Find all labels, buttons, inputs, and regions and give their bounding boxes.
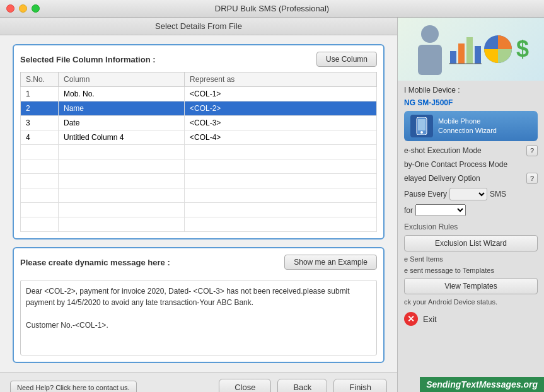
message-section-header: Please create dynamic message here : Sho… (20, 255, 377, 270)
table-cell-represent: <COL-4> (185, 130, 377, 145)
table-cell-represent: <COL-1> (185, 87, 377, 101)
phone-svg (415, 117, 428, 135)
svg-point-10 (420, 131, 423, 134)
exit-label[interactable]: Exit (423, 314, 437, 324)
finish-button[interactable]: Finish (333, 379, 387, 392)
mobile-phone-wizard-button[interactable]: Mobile PhoneConnection Wizard (404, 111, 538, 141)
view-templates-button[interactable]: View Templates (404, 278, 538, 294)
exclusion-list-wizard-button[interactable]: Exclusion List Wizard (404, 235, 538, 251)
bottom-buttons: Close Back Finish (219, 379, 387, 392)
dollar-icon: $ (516, 36, 529, 62)
close-button[interactable]: Close (219, 379, 271, 392)
pause-row: Pause Every SMS (404, 188, 538, 200)
maximize-traffic-light[interactable] (32, 4, 40, 13)
table-row[interactable]: 1Mob. No.<COL-1> (21, 87, 377, 101)
for-row: for (404, 204, 538, 216)
delayed-delivery-question-btn[interactable]: ? (526, 173, 538, 184)
table-cell-sno: 4 (21, 130, 59, 145)
sidebar-top-decoration: $ (398, 18, 544, 81)
table-row[interactable]: 3Date<COL-3> (21, 116, 377, 130)
device-name[interactable]: NG SM-J500F (404, 98, 453, 107)
table-cell-column: Mob. No. (59, 87, 185, 101)
table-empty-row (21, 188, 377, 203)
message-section-title: Please create dynamic message here : (20, 258, 170, 267)
table-row[interactable]: 4Untitled Column 4<COL-4> (21, 130, 377, 145)
device-name-row: NG SM-J500F (404, 98, 538, 107)
svg-rect-5 (475, 46, 481, 64)
selected-file-section: Selected File Column Information : Use C… (13, 44, 385, 239)
show-example-button[interactable]: Show me an Example (284, 255, 377, 270)
table-empty-row (21, 145, 377, 159)
svg-rect-1 (418, 45, 442, 75)
section-title: Selected File Column Information : (20, 55, 156, 64)
table-cell-sno: 3 (21, 116, 59, 130)
watermark: SendingTextMessages.org (420, 377, 544, 392)
use-column-button[interactable]: Use Column (316, 52, 377, 67)
table-cell-column: Date (59, 116, 185, 130)
bar-chart-icon (448, 32, 482, 67)
exit-icon-button[interactable]: ✕ (404, 312, 418, 326)
table-empty-row (21, 159, 377, 174)
table-header-row: S.No. Column Represent as (21, 72, 377, 87)
delayed-delivery-label: elayed Delivery Option (404, 174, 480, 183)
back-button[interactable]: Back (277, 379, 327, 392)
one-shot-label: e-shot Execution Mode (404, 146, 482, 155)
mobile-phone-wizard-label: Mobile PhoneConnection Wizard (438, 117, 497, 136)
sidebar-body: I Mobile Device : NG SM-J500F Mobile Pho… (398, 81, 544, 331)
pause-select[interactable] (449, 188, 487, 200)
sent-to-templates-label: e sent message to Templates (404, 267, 538, 274)
table-cell-column: Untitled Column 4 (59, 130, 185, 145)
section-header: Selected File Column Information : Use C… (20, 52, 377, 67)
sent-items-label: e Sent Items (404, 255, 538, 263)
bottom-bar: Need Help? Click here to contact us. Clo… (0, 372, 397, 392)
window-title: DRPU Bulk SMS (Professional) (215, 4, 329, 13)
traffic-lights (6, 4, 40, 13)
svg-rect-2 (450, 51, 456, 64)
dialog-subtitle: Select Details From File (0, 18, 397, 35)
android-status-label: ck your Android Device status. (404, 298, 538, 306)
table-row[interactable]: 2Name<COL-2> (21, 101, 377, 116)
col-header-sno: S.No. (21, 72, 59, 87)
help-link-button[interactable]: Need Help? Click here to contact us. (10, 381, 137, 393)
table-empty-row (21, 217, 377, 232)
dialog-panel: Select Details From File Selected File C… (0, 18, 397, 392)
table-cell-sno: 2 (21, 101, 59, 116)
svg-rect-9 (418, 119, 425, 130)
svg-rect-4 (466, 37, 473, 64)
svg-rect-3 (458, 43, 465, 64)
for-select[interactable] (415, 204, 466, 216)
pie-chart-icon (482, 33, 514, 65)
person-icon (413, 23, 448, 76)
col-header-represent: Represent as (185, 72, 377, 87)
one-shot-question-btn[interactable]: ? (526, 145, 538, 156)
message-textarea[interactable] (20, 280, 377, 355)
message-section: Please create dynamic message here : Sho… (13, 247, 385, 363)
table-empty-row (21, 203, 377, 217)
one-by-one-row: by-One Contact Process Mode (404, 160, 538, 169)
one-shot-row: e-shot Execution Mode ? (404, 145, 538, 156)
table-cell-represent: <COL-2> (185, 101, 377, 116)
table-cell-column: Name (59, 101, 185, 116)
phone-icon (410, 115, 433, 137)
close-traffic-light[interactable] (6, 4, 14, 13)
sms-label: SMS (490, 190, 506, 199)
table-cell-sno: 1 (21, 87, 59, 101)
mobile-device-row: I Mobile Device : (404, 86, 538, 95)
for-label: for (404, 206, 413, 215)
exclusion-rules-label: Exclusion Rules (404, 222, 538, 231)
table-empty-row (21, 174, 377, 188)
pause-label: Pause Every (404, 190, 447, 199)
exit-row: ✕ Exit (404, 312, 538, 326)
delayed-delivery-row: elayed Delivery Option ? (404, 173, 538, 184)
column-table: S.No. Column Represent as 1Mob. No.<COL-… (20, 72, 377, 232)
table-cell-represent: <COL-3> (185, 116, 377, 130)
minimize-traffic-light[interactable] (19, 4, 27, 13)
mobile-device-label: I Mobile Device : (404, 86, 460, 95)
title-bar: DRPU Bulk SMS (Professional) (0, 0, 544, 18)
main-container: Select Details From File Selected File C… (0, 18, 544, 392)
col-header-column: Column (59, 72, 185, 87)
svg-point-0 (421, 25, 439, 43)
dialog-content: Selected File Column Information : Use C… (0, 35, 397, 372)
right-sidebar: $ I Mobile Device : NG SM-J500F Mob (397, 18, 544, 392)
one-by-one-label: by-One Contact Process Mode (404, 160, 507, 169)
